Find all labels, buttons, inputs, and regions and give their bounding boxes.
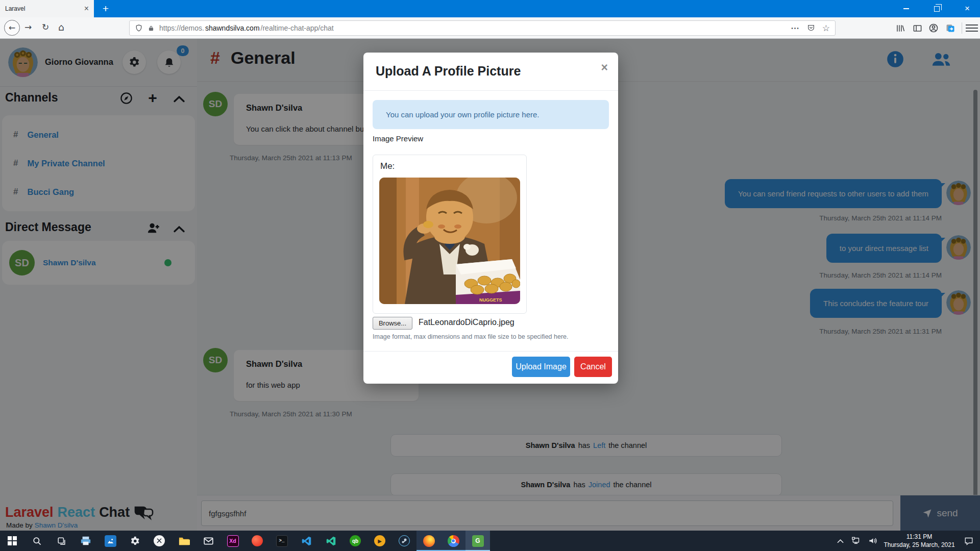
sidebars-icon[interactable] xyxy=(911,21,924,35)
adobe-xd-icon[interactable]: Xd xyxy=(220,531,245,551)
tray-chevron-icon[interactable] xyxy=(832,531,848,551)
action-center-icon[interactable] xyxy=(958,531,980,551)
vscode-icon[interactable] xyxy=(294,531,318,551)
modal-header-divider xyxy=(363,90,618,91)
address-bar[interactable]: https://demos.shawndsilva.com/realtime-c… xyxy=(129,20,836,36)
settings-gear-icon[interactable] xyxy=(122,531,147,551)
search-icon[interactable] xyxy=(24,531,49,551)
browser-navbar: ← → ↻ ⌂ https://demos.shawndsilva.com/re… xyxy=(0,17,980,39)
profile-image-preview: NUGGETS xyxy=(379,178,520,304)
file-explorer-icon[interactable] xyxy=(172,531,196,551)
photos-icon[interactable] xyxy=(98,531,122,551)
alert-text: You can upload your own profile picture … xyxy=(386,110,539,119)
send-tab-icon[interactable] xyxy=(944,21,957,35)
tracking-shield-icon[interactable] xyxy=(135,24,143,32)
upload-profile-picture-modal: Upload A Profile Picture × You can uploa… xyxy=(363,53,618,384)
task-view-icon[interactable] xyxy=(49,531,74,551)
taskbar-clock[interactable]: 11:31 PM Thursday, 25 March, 2021 xyxy=(881,533,958,549)
library-icon[interactable] xyxy=(893,21,906,35)
selected-filename: FatLeonardoDiCaprio.jpeg xyxy=(419,318,514,327)
url-path: /realtime-chat-app/chat xyxy=(261,24,334,32)
account-icon[interactable] xyxy=(927,21,940,35)
window-restore-button[interactable] xyxy=(925,0,948,17)
tab-title: Laravel xyxy=(5,5,25,12)
minimize-icon xyxy=(903,8,909,9)
toolbar-divider xyxy=(962,22,962,34)
quickbooks-icon[interactable]: qb xyxy=(343,531,368,551)
page-actions-icon[interactable]: ••• xyxy=(791,26,800,31)
image-preview-card: Me: xyxy=(373,155,527,314)
new-tab-button[interactable]: + xyxy=(98,1,113,16)
back-button[interactable]: ← xyxy=(4,20,20,36)
firefox-icon[interactable] xyxy=(416,531,441,551)
clock-time: 11:31 PM xyxy=(906,533,932,540)
file-helper-text: Image format, max dimensions and max fil… xyxy=(373,333,569,340)
forward-button[interactable]: → xyxy=(24,22,32,32)
tab-close-icon[interactable]: × xyxy=(84,5,89,13)
svg-text:NUGGETS: NUGGETS xyxy=(479,297,502,303)
media-player-icon[interactable]: ▶ xyxy=(368,531,392,551)
me-label: Me: xyxy=(380,161,395,171)
menu-icon[interactable] xyxy=(966,21,978,35)
windows-taskbar: Xd >_ qb ▶ xyxy=(0,531,980,551)
screen: Laravel × + × ← → ↻ ⌂ https://demos.shaw… xyxy=(0,0,980,551)
vscode-insiders-icon[interactable] xyxy=(318,531,343,551)
modal-title: Upload A Profile Picture xyxy=(376,64,521,79)
app-page: Giorno Giovanna 0 Channels + xyxy=(0,39,980,531)
bookmark-star-icon[interactable]: ☆ xyxy=(822,23,830,33)
volume-icon[interactable] xyxy=(865,531,881,551)
url-scheme: https://demos. xyxy=(159,24,204,32)
upload-image-button[interactable]: Upload Image xyxy=(512,357,570,377)
browser-titlebar: Laravel × + × xyxy=(0,0,980,17)
window-close-button[interactable]: × xyxy=(955,0,979,17)
modal-close-icon[interactable]: × xyxy=(601,61,608,74)
chrome-icon[interactable] xyxy=(441,531,465,551)
browse-button[interactable]: Browse... xyxy=(373,317,412,330)
upload-info-alert: You can upload your own profile picture … xyxy=(373,100,609,129)
modal-footer-divider xyxy=(363,351,618,352)
pocket-icon[interactable] xyxy=(807,24,815,32)
window-minimize-button[interactable] xyxy=(894,0,918,17)
system-tray: 11:31 PM Thursday, 25 March, 2021 xyxy=(832,531,980,551)
browser-tab[interactable]: Laravel × xyxy=(0,0,94,17)
image-preview-label: Image Preview xyxy=(373,134,423,143)
lock-icon xyxy=(148,24,155,32)
reload-button[interactable]: ↻ xyxy=(42,22,49,32)
start-button[interactable] xyxy=(0,531,24,551)
mail-icon[interactable] xyxy=(196,531,220,551)
steam-icon[interactable] xyxy=(392,531,416,551)
clock-date: Thursday, 25 March, 2021 xyxy=(884,541,954,548)
restore-icon xyxy=(934,6,940,12)
network-icon[interactable] xyxy=(848,531,865,551)
url-domain: shawndsilva.com xyxy=(205,24,260,32)
xbox-icon[interactable] xyxy=(147,531,172,551)
opera-icon[interactable] xyxy=(245,531,270,551)
printer-icon[interactable] xyxy=(74,531,98,551)
greenshot-icon[interactable]: G xyxy=(465,531,490,551)
cancel-button[interactable]: Cancel xyxy=(574,357,612,377)
terminal-icon[interactable]: >_ xyxy=(270,531,294,551)
home-button[interactable]: ⌂ xyxy=(58,21,64,33)
